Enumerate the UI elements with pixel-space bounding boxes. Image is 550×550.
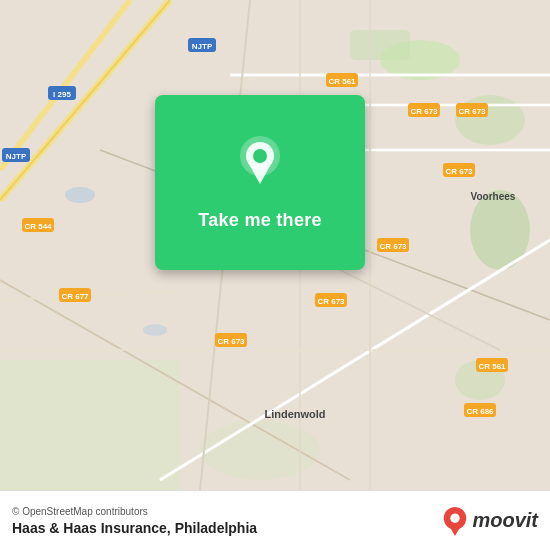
- svg-text:CR 677: CR 677: [61, 292, 89, 301]
- map-pin-icon: [235, 134, 285, 198]
- moovit-pin-icon: [442, 506, 468, 536]
- svg-text:Lindenwold: Lindenwold: [264, 408, 325, 420]
- svg-text:CR 673: CR 673: [317, 297, 345, 306]
- footer-info: © OpenStreetMap contributors Haas & Haas…: [12, 506, 257, 536]
- map-container: I 295 NJTP NJTP CR 561 CR 673 CR 673 CR …: [0, 0, 550, 490]
- svg-text:CR 673: CR 673: [379, 242, 407, 251]
- svg-point-6: [65, 187, 95, 203]
- svg-text:NJTP: NJTP: [192, 42, 213, 51]
- svg-text:NJTP: NJTP: [6, 152, 27, 161]
- svg-point-7: [143, 324, 167, 336]
- svg-text:CR 561: CR 561: [328, 77, 356, 86]
- svg-point-61: [451, 513, 460, 522]
- svg-text:CR 673: CR 673: [410, 107, 438, 116]
- svg-point-57: [253, 149, 267, 163]
- moovit-brand-text: moovit: [472, 509, 538, 532]
- svg-text:CR 673: CR 673: [445, 167, 473, 176]
- location-title: Haas & Haas Insurance, Philadelphia: [12, 520, 257, 536]
- svg-marker-60: [449, 524, 462, 535]
- take-me-there-button[interactable]: Take me there: [198, 210, 322, 231]
- svg-text:CR 561: CR 561: [478, 362, 506, 371]
- svg-text:Voorhees: Voorhees: [471, 191, 516, 202]
- footer-bar: © OpenStreetMap contributors Haas & Haas…: [0, 490, 550, 550]
- svg-rect-8: [0, 360, 180, 490]
- svg-rect-5: [350, 30, 410, 60]
- svg-text:CR 673: CR 673: [458, 107, 486, 116]
- osm-attribution: © OpenStreetMap contributors: [12, 506, 257, 517]
- svg-marker-58: [250, 166, 270, 184]
- moovit-logo: moovit: [442, 506, 538, 536]
- svg-text:CR 544: CR 544: [24, 222, 52, 231]
- svg-text:CR 686: CR 686: [466, 407, 494, 416]
- svg-point-2: [455, 95, 525, 145]
- svg-text:I 295: I 295: [53, 90, 71, 99]
- svg-text:CR 673: CR 673: [217, 337, 245, 346]
- action-card[interactable]: Take me there: [155, 95, 365, 270]
